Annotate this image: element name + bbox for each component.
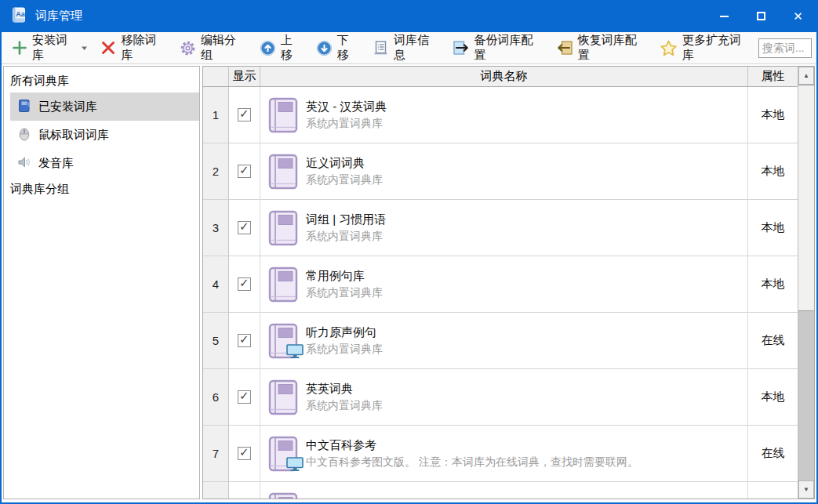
table-row[interactable]: 1 ✓ (203, 87, 798, 143)
edit-group-label: 编辑分组 (201, 33, 247, 63)
check-mark-icon: ✓ (239, 332, 249, 346)
restore-config-label: 恢复词库配置 (578, 33, 647, 63)
attr-cell: 本地 (748, 200, 798, 256)
table-row[interactable]: 6 ✓ (203, 369, 798, 426)
check-mark-icon: ✓ (239, 163, 249, 177)
check-mark-icon: ✓ (239, 107, 249, 121)
header-show[interactable]: 显示 (229, 67, 260, 86)
star-icon (660, 40, 678, 56)
sidebar-item-label: 已安装词库 (38, 100, 97, 114)
remove-dict-button[interactable]: 移除词库 (95, 29, 173, 67)
header-attr[interactable]: 属性 (748, 67, 798, 86)
dictionary-book-icon (268, 210, 298, 246)
restore-arrow-icon (556, 40, 573, 56)
plus-icon (12, 40, 27, 56)
more-dicts-button[interactable]: 更多扩充词库 (654, 29, 757, 67)
dict-name-cell[interactable]: 近义词词典 系统内置词典库 (260, 143, 748, 200)
show-checkbox[interactable]: ✓ (238, 447, 251, 460)
attr-cell: 本地 (748, 369, 798, 426)
search-input[interactable] (758, 38, 812, 58)
row-index: 5 (203, 313, 229, 369)
attr-cell (748, 482, 798, 499)
scroll-down-button[interactable]: ▼ (798, 480, 814, 499)
dict-title: 常用例句库 (306, 269, 383, 284)
table-body: 1 ✓ (203, 87, 798, 499)
sidebar-group-all-dicts[interactable]: 所有词典库 (4, 69, 199, 92)
row-index: 1 (203, 87, 229, 143)
sidebar-item-mouse-lookup[interactable]: 鼠标取词词库 (10, 121, 199, 149)
move-down-button[interactable]: 下移 (311, 29, 365, 67)
info-list-icon (373, 40, 389, 56)
check-mark-icon: ✓ (239, 276, 249, 290)
row-index: 3 (203, 200, 229, 256)
show-checkbox-cell: ✓ (229, 369, 260, 426)
move-up-button[interactable]: 上移 (254, 29, 309, 67)
backup-arrow-icon (453, 40, 470, 56)
show-checkbox[interactable]: ✓ (238, 334, 251, 347)
sidebar: 所有词典库 已安装词库 (3, 66, 200, 499)
restore-config-button[interactable]: 恢复词库配置 (551, 29, 653, 67)
sidebar-item-pronunciation[interactable]: 发音库 (10, 149, 199, 177)
dict-name-cell[interactable]: 词组 | 习惯用语 系统内置词典库 (260, 200, 748, 256)
table-row[interactable]: 2 ✓ (203, 143, 798, 200)
show-checkbox-cell: ✓ (229, 256, 260, 313)
mouse-icon (17, 127, 31, 143)
dict-name-text: 词组 | 习惯用语 系统内置词典库 (306, 212, 386, 244)
table-row[interactable]: 4 ✓ (203, 256, 798, 313)
show-checkbox-cell: ✓ (229, 143, 260, 200)
table-header: 显示 词典名称 属性 (203, 67, 798, 87)
table-row[interactable]: 5 ✓ (203, 313, 798, 369)
show-checkbox[interactable]: ✓ (238, 108, 251, 121)
dict-title: 近义词词典 (306, 156, 383, 171)
vertical-scrollbar[interactable]: ▲ ▼ (798, 67, 814, 499)
edit-group-button[interactable]: 编辑分组 (174, 29, 253, 67)
dict-table: 显示 词典名称 属性 1 ✓ (203, 67, 798, 499)
sidebar-item-installed[interactable]: 已安装词库 (10, 92, 199, 121)
minimize-button[interactable] (706, 0, 743, 32)
dict-description: 系统内置词典库 (306, 117, 387, 131)
speaker-icon (17, 155, 31, 172)
table-row[interactable]: 8 ✓ (203, 482, 798, 499)
dict-name-cell[interactable]: 英汉 - 汉英词典 系统内置词典库 (260, 87, 748, 143)
header-name[interactable]: 词典名称 (260, 67, 748, 86)
scrollbar-thumb[interactable] (798, 85, 814, 311)
dict-info-button[interactable]: 词库信息 (367, 29, 445, 67)
attr-cell: 本地 (748, 143, 798, 200)
check-mark-icon: ✓ (239, 219, 249, 234)
show-checkbox-cell: ✓ (229, 87, 260, 143)
dict-name-cell[interactable]: 英英词典 系统内置词典库 (260, 369, 748, 426)
dict-name-cell[interactable]: 常用例句库 系统内置词典库 (260, 256, 748, 313)
close-button[interactable]: ✕ (780, 0, 816, 32)
show-checkbox[interactable]: ✓ (238, 277, 251, 291)
dictionary-book-icon (268, 379, 298, 415)
dict-description: 系统内置词典库 (306, 343, 383, 357)
dict-name-cell[interactable]: 听力原声例句 系统内置词典库 (260, 313, 748, 369)
dictionary-manager-window: Aa 词库管理 ✕ 安装词库 移除词库 (0, 0, 818, 504)
table-row[interactable]: 3 ✓ (203, 200, 798, 256)
show-checkbox[interactable]: ✓ (238, 165, 251, 178)
dict-name-cell[interactable]: 中文百科参考 中文百科参考图文版。 注意：本词库为在线词典，查找时需要联网。 (260, 426, 748, 482)
dict-description: 中文百科参考图文版。 注意：本词库为在线词典，查找时需要联网。 (306, 455, 638, 470)
window-title: 词库管理 (35, 9, 82, 24)
show-checkbox-cell: ✓ (229, 426, 260, 482)
install-dict-button[interactable]: 安装词库 (6, 29, 93, 67)
dictionary-book-icon (268, 267, 298, 303)
main-content: 所有词典库 已安装词库 (2, 64, 816, 501)
show-checkbox[interactable]: ✓ (238, 221, 251, 234)
up-circle-icon (260, 40, 276, 56)
scroll-up-button[interactable]: ▲ (798, 67, 814, 85)
dict-name-text: 英英词典 系统内置词典库 (306, 382, 383, 413)
maximize-button[interactable] (743, 0, 780, 32)
dict-description: 系统内置词典库 (306, 399, 383, 413)
row-index: 2 (203, 143, 229, 200)
table-row[interactable]: 7 ✓ (203, 426, 798, 482)
backup-config-button[interactable]: 备份词库配置 (447, 29, 549, 67)
gear-icon (180, 40, 196, 56)
dictionary-book-icon (268, 492, 298, 499)
attr-cell: 本地 (748, 87, 798, 143)
sidebar-group-dict-groups[interactable]: 词典库分组 (4, 177, 199, 201)
show-checkbox[interactable]: ✓ (238, 390, 251, 404)
dict-name-cell[interactable]: 英语百科参考 (260, 482, 748, 499)
online-monitor-icon (286, 457, 304, 475)
down-circle-icon (316, 40, 333, 56)
